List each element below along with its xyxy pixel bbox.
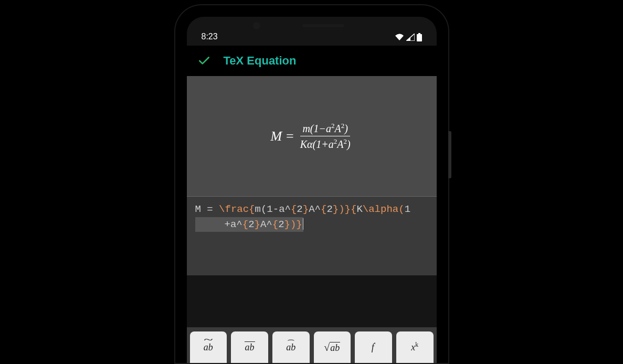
status-bar: 8:23 [187, 17, 437, 46]
editor-line-1[interactable]: M = \frac{m(1-a^{2}A^{2})}{K\alpha(1 [195, 202, 428, 217]
equation-preview: M = m(1−a2A2) Kα(1+a2A2) [187, 76, 437, 197]
phone-notch [279, 22, 344, 29]
speaker-icon [302, 24, 344, 27]
equation-lhs: M [270, 129, 282, 144]
svg-rect-1 [418, 33, 420, 34]
editor-line-2[interactable]: +a^{2}A^{2})} [195, 217, 304, 232]
confirm-icon[interactable] [197, 54, 211, 68]
app-bar: TeX Equation [187, 46, 437, 76]
signal-icon [406, 34, 415, 41]
battery-icon [417, 33, 422, 41]
sqrt-key[interactable]: √ab [314, 331, 351, 363]
phone-frame: 8:23 TeX Equation M = m(1−a2A2) Kα(1+a2A… [175, 5, 448, 363]
rendered-equation: M = m(1−a2A2) Kα(1+a2A2) [270, 122, 352, 150]
tex-editor[interactable]: M = \frac{m(1-a^{2}A^{2})}{K\alpha(1 +a^… [187, 197, 437, 275]
camera-icon [253, 22, 260, 29]
text-cursor [303, 218, 304, 230]
status-icons [395, 33, 422, 41]
app-title: TeX Equation [224, 54, 297, 68]
overline-key[interactable]: ab [231, 331, 268, 363]
power-key[interactable]: xk [396, 331, 434, 363]
fraction: m(1−a2A2) Kα(1+a2A2) [298, 122, 353, 150]
symbol-toolbar: ababab√abf′xk [187, 327, 437, 363]
prime-key[interactable]: f′ [355, 331, 392, 363]
side-button [448, 131, 451, 178]
numerator: m(1−a2A2) [300, 122, 350, 136]
svg-rect-0 [417, 34, 422, 41]
wifi-icon [395, 34, 404, 41]
denominator: Kα(1+a2A2) [298, 136, 353, 151]
screen: 8:23 TeX Equation M = m(1−a2A2) Kα(1+a2A… [187, 17, 437, 363]
tilde-key[interactable]: ab [190, 331, 227, 363]
status-time: 8:23 [202, 32, 218, 41]
widehat-key[interactable]: ab [272, 331, 310, 363]
equals-sign: = [286, 129, 294, 144]
